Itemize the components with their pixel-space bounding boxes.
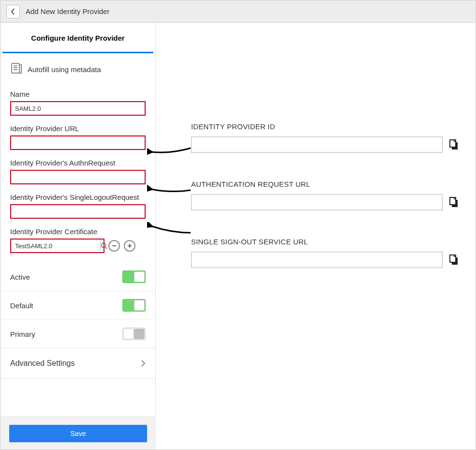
autofill-label: Autofill using metadata bbox=[28, 65, 101, 74]
save-button[interactable]: Save bbox=[9, 425, 147, 442]
back-button[interactable] bbox=[6, 5, 20, 18]
plus-icon bbox=[127, 243, 133, 249]
minus-icon bbox=[111, 243, 117, 249]
right-panel: IDENTITY PROVIDER ID AUTHENTICATION REQU… bbox=[156, 23, 476, 295]
svg-line-5 bbox=[105, 247, 107, 249]
page-title: Add New Identity Provider bbox=[26, 7, 109, 15]
authn-input[interactable] bbox=[10, 170, 146, 184]
copy-icon bbox=[449, 255, 459, 265]
copy-icon bbox=[449, 139, 459, 150]
page-header: Add New Identity Provider bbox=[0, 0, 476, 23]
default-label: Default bbox=[10, 301, 33, 310]
auth-url-input[interactable] bbox=[191, 194, 443, 210]
name-input[interactable] bbox=[10, 101, 146, 116]
cert-input[interactable] bbox=[11, 240, 100, 252]
sso-out-label: SINGLE SIGN-OUT SERVICE URL bbox=[191, 238, 461, 246]
sso-out-copy-button[interactable] bbox=[446, 253, 461, 267]
idp-id-input[interactable] bbox=[191, 136, 443, 153]
idp-id-group: IDENTITY PROVIDER ID bbox=[191, 122, 461, 153]
autofill-row[interactable]: Autofill using metadata bbox=[10, 62, 146, 76]
idp-url-input[interactable] bbox=[10, 135, 146, 150]
idp-id-label: IDENTITY PROVIDER ID bbox=[191, 122, 461, 131]
advanced-settings-row[interactable]: Advanced Settings bbox=[0, 348, 155, 379]
auth-url-label: AUTHENTICATION REQUEST URL bbox=[191, 180, 461, 188]
active-label: Active bbox=[10, 273, 30, 281]
idp-url-label: Identity Provider URL bbox=[10, 124, 146, 133]
remove-cert-button[interactable] bbox=[108, 240, 120, 252]
chevron-right-icon bbox=[141, 360, 146, 367]
auth-url-group: AUTHENTICATION REQUEST URL bbox=[191, 180, 461, 210]
authn-label: Identity Provider's AuthnRequest bbox=[10, 159, 146, 167]
idp-id-copy-button[interactable] bbox=[446, 137, 461, 152]
primary-row: Primary bbox=[0, 319, 155, 348]
footer: Save bbox=[0, 417, 156, 450]
slo-input[interactable] bbox=[10, 204, 146, 219]
active-row: Active bbox=[0, 262, 155, 291]
advanced-settings-label: Advanced Settings bbox=[10, 359, 74, 368]
slo-label: Identity Provider's SingleLogoutRequest bbox=[10, 193, 146, 201]
default-toggle[interactable] bbox=[122, 299, 146, 312]
primary-toggle[interactable] bbox=[122, 328, 146, 340]
search-icon bbox=[101, 242, 107, 249]
cert-input-wrap bbox=[10, 239, 104, 253]
active-toggle[interactable] bbox=[122, 270, 146, 283]
add-cert-button[interactable] bbox=[124, 240, 135, 252]
tab-configure[interactable]: Configure Identity Provider bbox=[2, 23, 153, 53]
auth-url-copy-button[interactable] bbox=[446, 195, 461, 210]
document-icon bbox=[10, 62, 23, 76]
default-row: Default bbox=[0, 291, 155, 319]
primary-label: Primary bbox=[10, 330, 35, 338]
name-label: Name bbox=[10, 90, 146, 98]
sso-out-group: SINGLE SIGN-OUT SERVICE URL bbox=[191, 238, 461, 268]
left-panel: Configure Identity Provider Autofill usi… bbox=[0, 23, 156, 450]
sso-out-input[interactable] bbox=[191, 252, 443, 268]
cert-search-button[interactable] bbox=[100, 240, 107, 252]
svg-point-4 bbox=[102, 243, 106, 248]
cert-label: Identity Provider Certificate bbox=[10, 227, 146, 236]
copy-icon bbox=[449, 197, 459, 208]
chevron-left-icon bbox=[11, 8, 15, 15]
